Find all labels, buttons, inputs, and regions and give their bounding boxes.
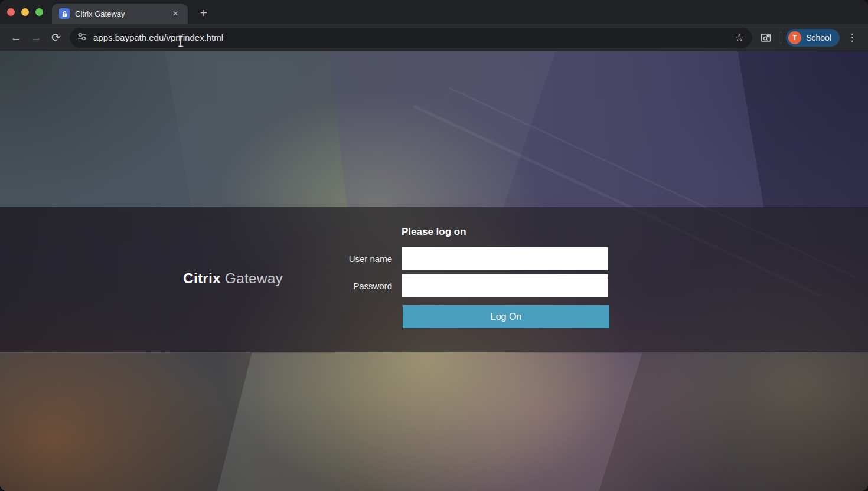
password-input[interactable] (402, 274, 608, 297)
tab-strip: Citrix Gateway ✕ + (0, 0, 868, 24)
new-tab-button[interactable]: + (195, 4, 213, 22)
page-content: CitrixGateway Please log on User name Pa… (0, 51, 868, 491)
profile-avatar: T (788, 31, 801, 44)
username-label: User name (272, 247, 392, 270)
browser-menu-icon[interactable]: ⋮ (842, 28, 862, 48)
text-cursor-icon (177, 35, 184, 50)
citrix-gateway-logo: CitrixGateway (183, 270, 283, 287)
close-window-button[interactable] (7, 8, 15, 16)
forward-button[interactable]: → (26, 28, 46, 48)
zoom-window-button[interactable] (35, 8, 43, 16)
url-text[interactable]: apps.baypath.edu/vpn/index.html (93, 32, 733, 42)
log-on-button[interactable]: Log On (403, 305, 609, 328)
browser-window: Citrix Gateway ✕ + ← → ⟳ apps.baypath.ed… (0, 0, 868, 491)
back-button[interactable]: ← (6, 28, 26, 48)
toolbar-separator (781, 32, 781, 44)
traffic-lights (7, 8, 43, 16)
tab-close-icon[interactable]: ✕ (170, 8, 181, 19)
bookmark-star-icon[interactable]: ☆ (733, 31, 745, 44)
background-facets-bottom (0, 353, 868, 491)
tab-title: Citrix Gateway (75, 9, 170, 18)
profile-chip[interactable]: T School (786, 29, 840, 47)
tab-citrix-gateway[interactable]: Citrix Gateway ✕ (52, 4, 188, 24)
minimize-window-button[interactable] (21, 8, 29, 16)
login-heading: Please log on (402, 226, 466, 238)
profile-name: School (806, 33, 831, 42)
side-panel-search-icon[interactable] (756, 28, 776, 48)
lock-favicon-icon (59, 8, 70, 19)
address-bar[interactable]: apps.baypath.edu/vpn/index.html ☆ (70, 28, 752, 48)
password-label: Password (272, 274, 392, 297)
logo-brand: Citrix (183, 270, 221, 286)
username-input[interactable] (402, 247, 608, 270)
browser-toolbar: ← → ⟳ apps.baypath.edu/vpn/index.html ☆ (0, 24, 868, 51)
background-facets-top (0, 51, 868, 208)
reload-button[interactable]: ⟳ (46, 28, 66, 48)
site-settings-icon[interactable] (77, 31, 87, 44)
